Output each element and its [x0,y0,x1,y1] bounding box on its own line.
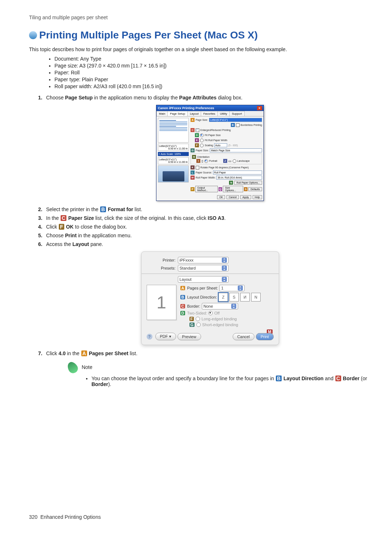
roll-options-button[interactable]: Roll Paper Options... [234,181,262,185]
size-options-button[interactable]: Size Options... [223,186,243,192]
page-setup-dialog: Canon iPFxxxx Printing Preferences × Mai… [156,105,264,201]
roll-width-label: Roll Paper Width: [196,176,215,179]
page-number: 320 [29,514,37,520]
label-e-icon: E [195,138,199,142]
borderless-checkbox[interactable] [236,123,240,127]
landscape-label: Landscape [237,160,250,162]
paper-size-select[interactable]: Match Page Size [210,148,262,152]
printer-label: Printer: [147,258,176,262]
long-bind-radio [196,317,200,321]
page-title-icon [29,31,37,39]
apply-button[interactable]: Apply [240,195,251,199]
label-c-icon: C [180,304,185,308]
label-f-inline: F [59,224,64,230]
layout-direction-3[interactable]: И [240,293,250,301]
label-d-icon: D [180,311,185,315]
portrait-radio[interactable] [204,159,208,163]
portrait-label: Portrait [209,160,217,162]
close-icon[interactable]: × [257,106,262,110]
tab-layout[interactable]: Layout [187,111,201,116]
short-bind-radio [196,323,201,327]
pdf-button[interactable]: PDF ▾ [155,333,176,340]
printer-select[interactable]: iPFxxxx [178,257,229,263]
presets-select[interactable]: Standard [178,265,229,271]
scaling-input[interactable]: Auto [214,143,227,147]
paper-size-label: Paper Size: [196,149,209,152]
step-5: Choose Print in the application menu. [38,233,374,238]
intro-text: This topic describes how to print four p… [29,46,374,52]
label-h-icon: H [192,155,196,159]
step-6: Access the Layout pane. Printer: iPFxxxx… [38,241,374,345]
label-c-inline: C [61,215,66,221]
chevron-updown-icon [222,277,227,282]
rotate-label: Rotate Page 90 degrees (Conserve Paper) [200,166,249,169]
tab-main[interactable]: Main [156,111,168,116]
spec-document: Document: Any Type [54,56,374,62]
page-size-select[interactable]: Letter(8.5"x11") [209,118,262,122]
footer-section: Enhanced Printing Options [40,514,101,520]
tab-utility[interactable]: Utility [217,111,230,116]
label-b-icon: B [231,123,235,127]
tab-support[interactable]: Support [229,111,245,116]
layout-direction-2[interactable]: S [229,293,239,301]
defaults-button[interactable]: Defaults [248,187,262,191]
page-title: Printing Multiple Pages Per Sheet (Mac O… [39,29,258,41]
label-a-icon: A [180,286,185,290]
fit-roll-radio[interactable] [200,139,204,142]
off-radio [208,311,213,315]
output-method-button[interactable]: Output Method... [195,186,218,192]
chevron-updown-icon [231,304,236,309]
ok-button[interactable]: OK [217,195,225,199]
label-f-icon: F [189,317,194,321]
preview-button[interactable]: Preview [177,333,201,340]
help-button[interactable]: Help [253,195,262,199]
label-g-icon: G [189,323,195,327]
label-q-icon: Q [219,187,222,191]
help-icon[interactable]: ? [147,334,152,340]
pane-select[interactable]: Layout [178,276,229,283]
layout-preview: 1 [147,285,176,320]
rotate-checkbox[interactable] [196,166,199,169]
print-button[interactable]: Print [256,333,274,340]
note-icon [66,360,80,375]
layout-direction-1[interactable]: Z [219,293,228,301]
note-title: Note [82,364,93,370]
tab-page-setup[interactable]: Page Setup [167,111,188,116]
note-body: You can choose the layout order and spec… [91,376,374,387]
fit-paper-radio[interactable] [200,134,204,137]
scaling-radio[interactable] [200,144,204,147]
cancel-button[interactable]: Cancel [226,195,239,199]
roll-width-select[interactable]: 36-in. Roll (914.4mm) [216,176,262,180]
label-b-note: B [276,376,282,381]
divider [142,274,279,274]
cancel-button[interactable]: Cancel [233,333,254,340]
size-label-2: Letter(8.5"x11") 8.50 in x 11.00 in [158,157,189,164]
enlarge-checkbox[interactable] [196,128,199,132]
step-7: Click 4.0 in the A Pages per Sheet list.… [38,350,374,387]
paper-source-select[interactable]: Roll Paper [213,171,262,175]
page-preview [158,118,189,143]
specs-list: Document: Any Type Page size: A3 (297.0 … [29,56,374,89]
scaling-label: Scaling [205,144,213,147]
label-i-icon: I [196,159,200,163]
steps-list: Choose Page Setup in the application men… [29,95,374,387]
size-label-1: Letter(8.5"x11") 8.50 in x 11.00 in [158,144,189,151]
short-bind-label: Short-edged binding [202,323,238,327]
breadcrumb: Tiling and multiple pages per sheet [29,15,374,20]
border-select[interactable]: None [202,303,238,309]
spec-paper: Paper: Roll [54,70,374,75]
label-a-inline: A [81,350,87,356]
orientation-label: Orientation [197,156,209,158]
presets-label: Presets: [147,266,176,270]
page-size-label: Page Size: [196,119,208,121]
tab-favorites[interactable]: Favorites [201,111,218,116]
pages-per-sheet-select[interactable]: 1 [219,285,245,291]
fit-paper-label: Fit Paper Size [205,134,221,136]
layout-direction-4[interactable]: N [251,293,261,301]
paper-source-label: Paper Source: [196,171,212,174]
scaling-range: (5 - 600) [228,144,238,147]
landscape-radio[interactable] [233,159,236,163]
dialog-tabs: Main Page Setup Layout Favorites Utility… [156,111,264,116]
label-n-icon: N [229,181,233,185]
enlarge-label: Enlarged/Reduced Printing [200,129,231,131]
